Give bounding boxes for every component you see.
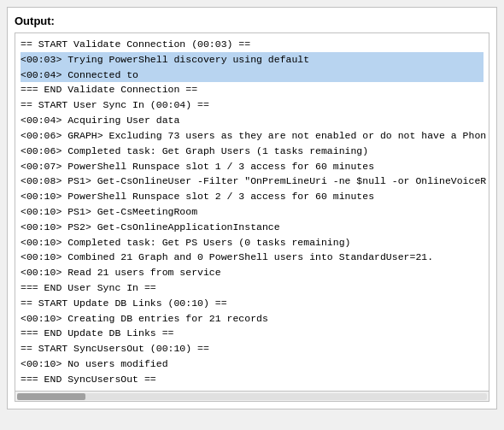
output-line: == START Validate Connection (00:03) == — [21, 37, 483, 52]
output-line: <00:10> PowerShell Runspace slot 2 / 3 a… — [21, 189, 483, 204]
output-line: <00:04> Connected to — [21, 68, 483, 83]
horizontal-scrollbar[interactable] — [15, 392, 489, 402]
output-line: === END SyncUsersOut == — [21, 372, 483, 387]
output-panel: Output: == START Validate Connection (00… — [7, 7, 497, 409]
output-line: === END Update DB Links == — [21, 326, 483, 341]
output-line: <00:10> No users modified — [21, 356, 483, 372]
output-line: <00:06> GRAPH> Excluding 73 users as the… — [21, 128, 483, 144]
output-line: == START SyncUsersOut (00:10) == — [21, 341, 483, 356]
output-line: <00:10> Creating DB entries for 21 recor… — [21, 311, 483, 327]
output-line: <00:03> Trying PowerShell discovery usin… — [21, 52, 483, 68]
output-line: === END User Sync In == — [21, 280, 483, 296]
output-line: == START User Sync In (00:04) == — [21, 97, 483, 113]
output-textbox[interactable]: == START Validate Connection (00:03) ==<… — [15, 32, 489, 392]
output-line: <00:06> Completed task: Get Graph Users … — [21, 144, 483, 159]
output-line: <00:10> Read 21 users from service — [21, 265, 483, 280]
output-line: <00:04> Acquiring User data — [21, 113, 483, 128]
output-line: <00:10> Completed task: Get PS Users (0 … — [21, 235, 483, 250]
output-line: <00:07> PowerShell Runspace slot 1 / 3 a… — [21, 159, 483, 174]
output-label: Output: — [15, 15, 489, 27]
output-line: <00:08> PS1> Get-CsOnlineUser -Filter "O… — [21, 174, 483, 189]
output-line: == START Update DB Links (00:10) == — [21, 296, 483, 311]
scrollbar-thumb[interactable] — [17, 393, 85, 400]
output-line: === END Validate Connection == — [21, 82, 483, 97]
output-line: <00:10> PS2> Get-CsOnlineApplicationInst… — [21, 220, 483, 235]
output-line: <00:10> Combined 21 Graph and 0 PowerShe… — [21, 250, 483, 265]
scrollbar-track — [17, 393, 487, 400]
output-line: <00:10> PS1> Get-CsMeetingRoom — [21, 204, 483, 220]
